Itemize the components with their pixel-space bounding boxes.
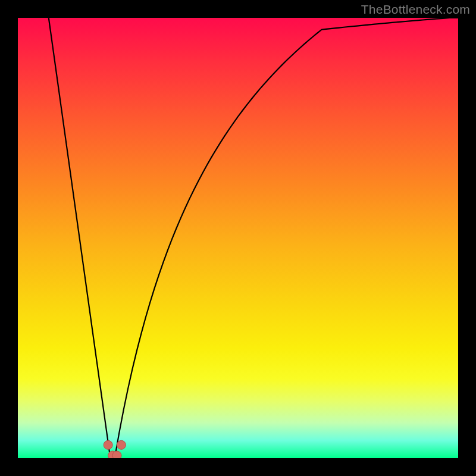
curve-right-branch bbox=[115, 18, 458, 458]
plot-area bbox=[18, 18, 458, 458]
valley-marker bbox=[112, 451, 121, 458]
curve-left-branch bbox=[49, 18, 111, 458]
curve-svg bbox=[18, 18, 458, 458]
valley-markers bbox=[104, 440, 126, 458]
watermark-text: TheBottleneck.com bbox=[361, 2, 470, 17]
chart-container: TheBottleneck.com bbox=[0, 0, 476, 476]
valley-marker bbox=[104, 440, 112, 449]
valley-marker bbox=[117, 440, 126, 449]
